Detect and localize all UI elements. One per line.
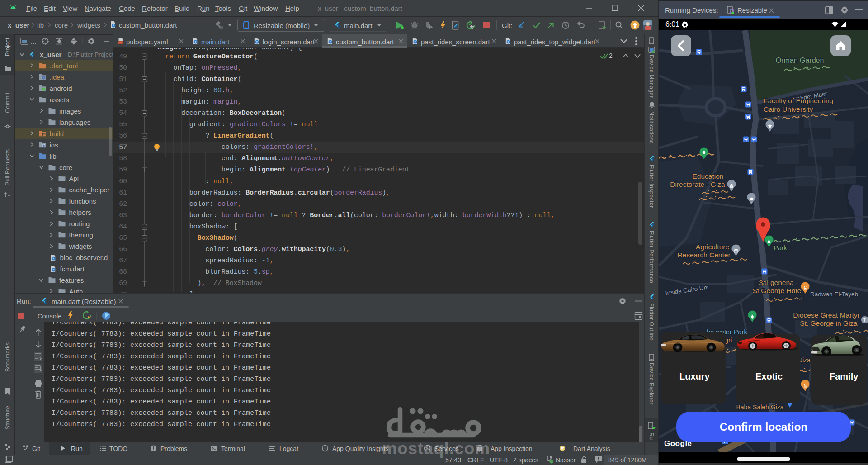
- svg-text:Diocese Great Martyr: Diocese Great Martyr: [793, 311, 859, 319]
- svg-text:St George Hotel: St George Hotel: [752, 287, 802, 294]
- svg-text:Baba Saleh Giza: Baba Saleh Giza: [736, 403, 783, 411]
- svg-text:Directorate - Giza: Directorate - Giza: [670, 180, 725, 188]
- svg-text:YML: YML: [118, 42, 123, 44]
- svg-text:3al genena -: 3al genena -: [759, 279, 798, 286]
- svg-text:St. George in Giza: St. George in Giza: [800, 319, 858, 327]
- svg-text:Jiza: Jiza: [799, 356, 811, 364]
- svg-text:Park: Park: [774, 244, 788, 251]
- svg-text:Orman Garden: Orman Garden: [776, 57, 824, 64]
- svg-text:Education: Education: [693, 172, 724, 180]
- svg-text:Faculty of Engineering: Faculty of Engineering: [764, 97, 833, 104]
- svg-text:Cairo University: Cairo University: [764, 105, 813, 113]
- svg-text:Agriculture: Agriculture: [696, 243, 729, 251]
- svg-text:Research Center: Research Center: [677, 251, 730, 259]
- svg-text:Console: Console: [38, 313, 61, 320]
- svg-text:Radwan El-Tayeb: Radwan El-Tayeb: [810, 291, 858, 298]
